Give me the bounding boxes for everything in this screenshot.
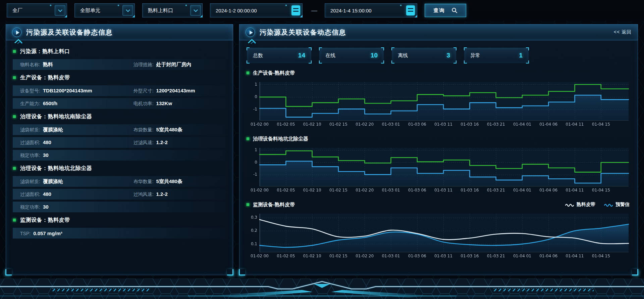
chevron-up-decoration-icon <box>247 39 259 44</box>
production-equipment-chart[interactable] <box>246 79 631 129</box>
green-square-bullet-icon <box>246 137 250 140</box>
field-label: 电机功率: <box>133 101 154 107</box>
dynamic-panel-title: 污染源及关联设备动态信息 <box>260 28 346 37</box>
data-cell: 过鸿风速:1.2-2 <box>133 191 168 198</box>
legend-item-yujing[interactable]: 预警信 <box>604 202 630 208</box>
stats-row: 总数14在线10离线3异常1 <box>239 40 638 63</box>
static-info-list: 污染源：熟料上料口物料名称:熟料治理措施:处于封闭厂房内生产设备：熟料皮带设备型… <box>6 40 233 239</box>
data-cell: 布华数量:5室共480条 <box>133 178 182 185</box>
data-row: 过滤面积:480过鸿风速:1.2-2 <box>13 189 226 200</box>
back-button[interactable]: << 返回 <box>614 29 632 35</box>
date-from-input[interactable]: 2024-1-2 00:00:00 <box>210 3 303 17</box>
select-plant[interactable]: 全厂 <box>7 3 67 17</box>
field-label: 过鸿风速: <box>133 191 154 198</box>
chart-legend: 熟料皮带 预警信 <box>565 202 631 208</box>
corner-bracket-icon <box>453 47 457 50</box>
chevron-down-icon <box>55 5 65 16</box>
field-value: 熟料 <box>43 61 53 68</box>
section-title: 治理设备：熟料地坑北除尘器 <box>20 165 92 172</box>
select-unit-value: 全部单元 <box>80 7 100 14</box>
field-value: 处于封闭厂房内 <box>156 61 192 68</box>
legend-label: 熟料皮带 <box>577 202 595 208</box>
field-label: 设备型号: <box>20 88 40 94</box>
field-label: 物料名称: <box>20 62 40 68</box>
field-value: 覆膜涤纶 <box>43 178 63 185</box>
line-series-icon <box>604 203 613 207</box>
data-row: 额定功率:30 <box>13 202 226 212</box>
corner-bracket-icon <box>319 47 322 50</box>
select-unit[interactable]: 全部单元 <box>74 3 135 17</box>
data-cell: 物料名称:熟料 <box>20 61 133 68</box>
section-header: 污染源：熟料上料口 <box>13 46 226 57</box>
field-label: 过滤面积: <box>20 191 40 198</box>
green-square-bullet-icon <box>246 71 250 75</box>
corner-bracket-icon <box>247 47 250 50</box>
field-value: 覆膜涤纶 <box>43 127 63 133</box>
query-button-label: 查询 <box>434 7 445 14</box>
corner-bracket-icon <box>453 60 457 63</box>
field-value: 132Kw <box>156 100 172 106</box>
legend-label: 预警信 <box>615 202 630 208</box>
data-cell: 额定功率:30 <box>20 204 133 210</box>
field-value: 480 <box>43 191 51 197</box>
stat-value: 10 <box>371 52 378 59</box>
main-content: 污染源及关联设备静态信息 污染源：熟料上料口物料名称:熟料治理措施:处于封闭厂房… <box>0 21 644 275</box>
data-cell: 额定功率:30 <box>20 152 133 159</box>
calendar-icon[interactable] <box>291 5 300 15</box>
data-row: 过滤面积:480过滤风速:1.2-2 <box>13 137 226 148</box>
field-label: 生产能力: <box>20 101 40 107</box>
static-panel-header: 污染源及关联设备静态信息 <box>6 24 233 40</box>
chart-title-row: 治理设备料地坑北除尘器 <box>246 134 631 143</box>
data-cell: 生产能力:650t/h <box>20 100 133 107</box>
corner-bracket-icon <box>464 60 467 63</box>
select-pollution-source[interactable]: 熟料上料口 <box>142 3 203 17</box>
search-icon <box>451 7 458 13</box>
monitoring-equipment-chart[interactable] <box>246 210 631 261</box>
corner-bracket-icon <box>381 60 384 63</box>
field-value: 5室共480条 <box>156 127 182 133</box>
date-to-input[interactable]: 2024-1-4 15:00:00 <box>325 3 417 17</box>
field-label: 过滤风速: <box>133 140 154 146</box>
legend-item-shuliao-pidai[interactable]: 熟料皮带 <box>565 202 595 208</box>
chart-block-monitoring: 监测设备-熟料皮带 熟料皮带 预警信 <box>239 195 638 261</box>
green-square-bullet-icon <box>13 50 16 53</box>
field-label: 滤袋材质: <box>20 127 40 133</box>
data-cell: 治理措施:处于封闭厂房内 <box>133 61 192 68</box>
green-square-bullet-icon <box>13 76 16 79</box>
section-title: 生产设备：熟料皮带 <box>20 74 70 81</box>
corner-bracket-icon <box>526 47 529 50</box>
data-cell: 过滤面积:480 <box>20 139 133 146</box>
section-title: 治理设备：熟料地坑南除尘器 <box>20 113 92 120</box>
field-label: 额定功率: <box>20 153 40 159</box>
corner-bracket-icon <box>526 60 529 63</box>
stat-label: 在线 <box>325 52 335 59</box>
field-value: 480 <box>43 139 51 145</box>
section-title: 污染源：熟料上料口 <box>20 48 70 55</box>
stat-value: 1 <box>519 52 523 59</box>
calendar-icon[interactable] <box>406 5 415 15</box>
chevron-down-icon <box>190 5 201 16</box>
chevron-down-icon <box>122 5 133 16</box>
data-row: 设备型号:TDB1200*204143mm外型尺寸:1200*204143mm <box>13 85 226 96</box>
stat-label: 总数 <box>253 52 263 59</box>
field-label: 额定功率: <box>20 204 40 210</box>
static-info-panel: 污染源及关联设备静态信息 污染源：熟料上料口物料名称:熟料治理措施:处于封闭厂房… <box>6 24 233 275</box>
toolbar: 全厂 全部单元 熟料上料口 2024-1-2 00:00:00 — 2024-1… <box>0 0 644 21</box>
data-cell: 设备型号:TDB1200*204143mm <box>20 88 133 94</box>
section-header: 治理设备：熟料地坑北除尘器 <box>13 163 226 174</box>
corner-bracket-icon <box>391 60 394 63</box>
chart-title-row: 监测设备-熟料皮带 熟料皮带 预警信 <box>246 200 631 209</box>
corner-bracket-icon <box>309 60 312 63</box>
field-label: 治理措施: <box>133 62 154 68</box>
play-icon <box>246 28 255 37</box>
field-label: TSP: <box>20 231 31 236</box>
chart-block-production: 生产设备-熟料皮带 <box>239 63 638 129</box>
treatment-equipment-chart[interactable] <box>246 144 631 195</box>
data-row: 物料名称:熟料治理措施:处于封闭厂房内 <box>13 59 226 70</box>
field-label: 过滤面积: <box>20 140 40 146</box>
data-row: 滤袋材质:覆膜涤纶布华数量:5室共480条 <box>13 176 226 187</box>
date-range-separator: — <box>311 7 317 14</box>
chart-title: 治理设备料地坑北除尘器 <box>253 136 308 142</box>
chart-title: 生产设备-熟料皮带 <box>253 70 295 76</box>
query-button[interactable]: 查询 <box>425 4 466 17</box>
